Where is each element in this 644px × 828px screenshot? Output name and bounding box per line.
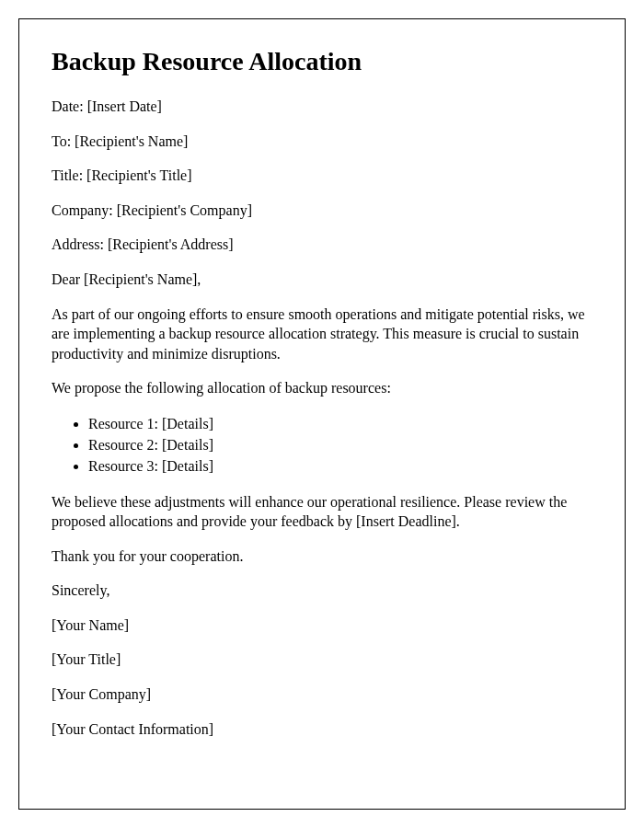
field-address: Address: [Recipient's Address] xyxy=(52,235,592,255)
signature-sincerely: Sincerely, xyxy=(52,581,592,601)
salutation: Dear [Recipient's Name], xyxy=(52,270,592,290)
signature-company: [Your Company] xyxy=(52,684,592,705)
paragraph-thanks: Thank you for your cooperation. xyxy=(52,546,592,567)
field-company: Company: [Recipient's Company] xyxy=(52,201,592,221)
document-container: Backup Resource Allocation Date: [Insert… xyxy=(18,18,626,810)
resource-list: Resource 1: [Details] Resource 2: [Detai… xyxy=(88,413,592,477)
field-recipient-title: Title: [Recipient's Title] xyxy=(52,166,592,186)
list-item: Resource 3: [Details] xyxy=(88,455,592,477)
list-item: Resource 2: [Details] xyxy=(88,434,592,455)
signature-contact: [Your Contact Information] xyxy=(52,719,592,740)
list-item: Resource 1: [Details] xyxy=(88,413,592,434)
field-date: Date: [Insert Date] xyxy=(52,97,592,117)
field-to: To: [Recipient's Name] xyxy=(52,132,592,152)
signature-name: [Your Name] xyxy=(52,615,592,636)
paragraph-closing: We believe these adjustments will enhanc… xyxy=(52,492,592,532)
page-title: Backup Resource Allocation xyxy=(52,47,592,76)
paragraph-intro: As part of our ongoing efforts to ensure… xyxy=(52,305,592,364)
paragraph-proposal-lead: We propose the following allocation of b… xyxy=(52,378,592,398)
signature-title: [Your Title] xyxy=(52,650,592,670)
